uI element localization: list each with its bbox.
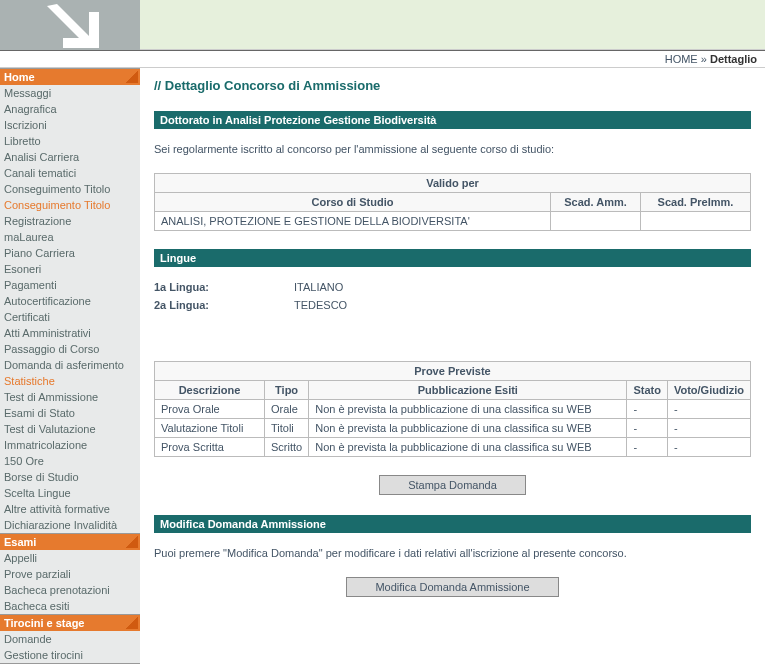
- cell-tipo: Orale: [265, 400, 309, 419]
- sidebar-item[interactable]: Anagrafica: [0, 101, 140, 117]
- th-voto: Voto/Giudizio: [667, 381, 750, 400]
- sidebar-item[interactable]: Esami di Stato: [0, 405, 140, 421]
- sidebar-item[interactable]: Passaggio di Corso: [0, 341, 140, 357]
- sidebar-item[interactable]: Conseguimento Titolo: [0, 181, 140, 197]
- table-row: Prova ScrittaScrittoNon è prevista la pu…: [155, 438, 751, 457]
- cell-pub: Non è prevista la pubblicazione di una c…: [309, 419, 627, 438]
- cell-stato: -: [627, 438, 668, 457]
- sidebar-item[interactable]: Bacheca prenotazioni: [0, 582, 140, 598]
- sidebar-item[interactable]: Immatricolazione: [0, 437, 140, 453]
- sidebar-item[interactable]: Libretto: [0, 133, 140, 149]
- cell-pub: Non è prevista la pubblicazione di una c…: [309, 400, 627, 419]
- sidebar-item[interactable]: Test di Valutazione: [0, 421, 140, 437]
- cell-tipo: Titoli: [265, 419, 309, 438]
- sidebar-item[interactable]: Registrazione: [0, 213, 140, 229]
- th-tipo: Tipo: [265, 381, 309, 400]
- cell-corso: ANALISI, PROTEZIONE E GESTIONE DELLA BIO…: [155, 212, 551, 231]
- sidebar-item[interactable]: Iscrizioni: [0, 117, 140, 133]
- sidebar-item[interactable]: Atti Amministrativi: [0, 325, 140, 341]
- sidebar: HomeMessaggiAnagraficaIscrizioniLibretto…: [0, 68, 140, 664]
- breadcrumb-current: Dettaglio: [710, 53, 757, 65]
- modifica-text: Puoi premere "Modifica Domanda" per modi…: [154, 547, 751, 559]
- sidebar-item[interactable]: Altre attività formative: [0, 501, 140, 517]
- sidebar-item[interactable]: Scelta Lingue: [0, 485, 140, 501]
- cell-pub: Non è prevista la pubblicazione di una c…: [309, 438, 627, 457]
- cell-stato: -: [627, 419, 668, 438]
- sidebar-section-header: Esami: [0, 533, 140, 550]
- arrow-down-right-icon: [35, 0, 105, 50]
- th-desc: Descrizione: [155, 381, 265, 400]
- sidebar-item[interactable]: Domande: [0, 631, 140, 647]
- cell-tipo: Scritto: [265, 438, 309, 457]
- page-title-text: Dettaglio Concorso di Ammissione: [165, 78, 381, 93]
- th-valido-header: Valido per: [155, 174, 751, 193]
- cell-desc: Valutazione Titoli: [155, 419, 265, 438]
- btn-row-modifica: Modifica Domanda Ammissione: [154, 577, 751, 597]
- sidebar-item[interactable]: Messaggi: [0, 85, 140, 101]
- th-pub: Pubblicazione Esiti: [309, 381, 627, 400]
- th-corso: Corso di Studio: [155, 193, 551, 212]
- banner-logo-box: [0, 0, 140, 50]
- sidebar-item[interactable]: Canali tematici: [0, 165, 140, 181]
- cell-voto: -: [667, 400, 750, 419]
- intro-text: Sei regolarmente iscritto al concorso pe…: [154, 143, 751, 155]
- section-dottorato: Dottorato in Analisi Protezione Gestione…: [154, 111, 751, 129]
- sidebar-item[interactable]: Autocertificazione: [0, 293, 140, 309]
- cell-desc: Prova Orale: [155, 400, 265, 419]
- sidebar-item[interactable]: Certificati: [0, 309, 140, 325]
- table-row: Valutazione TitoliTitoliNon è prevista l…: [155, 419, 751, 438]
- sidebar-item[interactable]: Pagamenti: [0, 277, 140, 293]
- sidebar-item[interactable]: Esoneri: [0, 261, 140, 277]
- cell-stato: -: [627, 400, 668, 419]
- cell-voto: -: [667, 419, 750, 438]
- lingua-row-2: 2a Lingua: TEDESCO: [154, 299, 751, 311]
- sidebar-item[interactable]: Gestione tirocini: [0, 647, 140, 663]
- section-modifica: Modifica Domanda Ammissione: [154, 515, 751, 533]
- sidebar-item[interactable]: Appelli: [0, 550, 140, 566]
- sidebar-section-header: Tirocini e stage: [0, 614, 140, 631]
- sidebar-item[interactable]: Analisi Carriera: [0, 149, 140, 165]
- sidebar-item[interactable]: Piano Carriera: [0, 245, 140, 261]
- modifica-button[interactable]: Modifica Domanda Ammissione: [346, 577, 558, 597]
- page-title: // Dettaglio Concorso di Ammissione: [154, 78, 751, 93]
- sidebar-item[interactable]: Borse di Studio: [0, 469, 140, 485]
- lingua2-value: TEDESCO: [294, 299, 347, 311]
- cell-desc: Prova Scritta: [155, 438, 265, 457]
- sidebar-item[interactable]: 150 Ore: [0, 453, 140, 469]
- th-prove-header: Prove Previste: [155, 362, 751, 381]
- table-row: ANALISI, PROTEZIONE E GESTIONE DELLA BIO…: [155, 212, 751, 231]
- th-scad-amm: Scad. Amm.: [551, 193, 641, 212]
- breadcrumb-home[interactable]: HOME: [665, 53, 698, 65]
- sidebar-item[interactable]: Dichiarazione Invalidità: [0, 517, 140, 533]
- lingua2-label: 2a Lingua:: [154, 299, 294, 311]
- cell-voto: -: [667, 438, 750, 457]
- btn-row-stampa: Stampa Domanda: [154, 475, 751, 495]
- breadcrumb-sep: »: [698, 53, 710, 65]
- sidebar-section-header: Home: [0, 68, 140, 85]
- content: // Dettaglio Concorso di Ammissione Dott…: [140, 68, 765, 664]
- table-prove: Prove Previste Descrizione Tipo Pubblica…: [154, 361, 751, 457]
- sidebar-item[interactable]: Conseguimento Titolo: [0, 197, 140, 213]
- table-valido: Valido per Corso di Studio Scad. Amm. Sc…: [154, 173, 751, 231]
- lingua1-value: ITALIANO: [294, 281, 343, 293]
- th-scad-preimm: Scad. PreImm.: [641, 193, 751, 212]
- sidebar-item[interactable]: maLaurea: [0, 229, 140, 245]
- top-banner: [0, 0, 765, 50]
- cell-scad_amm: [551, 212, 641, 231]
- th-stato: Stato: [627, 381, 668, 400]
- page-title-prefix: //: [154, 78, 165, 93]
- section-lingue: Lingue: [154, 249, 751, 267]
- table-row: Prova OraleOraleNon è prevista la pubbli…: [155, 400, 751, 419]
- cell-scad_preimm: [641, 212, 751, 231]
- sidebar-item[interactable]: Test di Ammissione: [0, 389, 140, 405]
- sidebar-item[interactable]: Prove parziali: [0, 566, 140, 582]
- banner-right: [140, 0, 765, 50]
- lingua-row-1: 1a Lingua: ITALIANO: [154, 281, 751, 293]
- sidebar-item[interactable]: Statistiche: [0, 373, 140, 389]
- sidebar-item[interactable]: Bacheca esiti: [0, 598, 140, 614]
- breadcrumb: HOME » Dettaglio: [0, 50, 765, 68]
- stampa-button[interactable]: Stampa Domanda: [379, 475, 526, 495]
- sidebar-item[interactable]: Domanda di asferimento: [0, 357, 140, 373]
- lingua1-label: 1a Lingua:: [154, 281, 294, 293]
